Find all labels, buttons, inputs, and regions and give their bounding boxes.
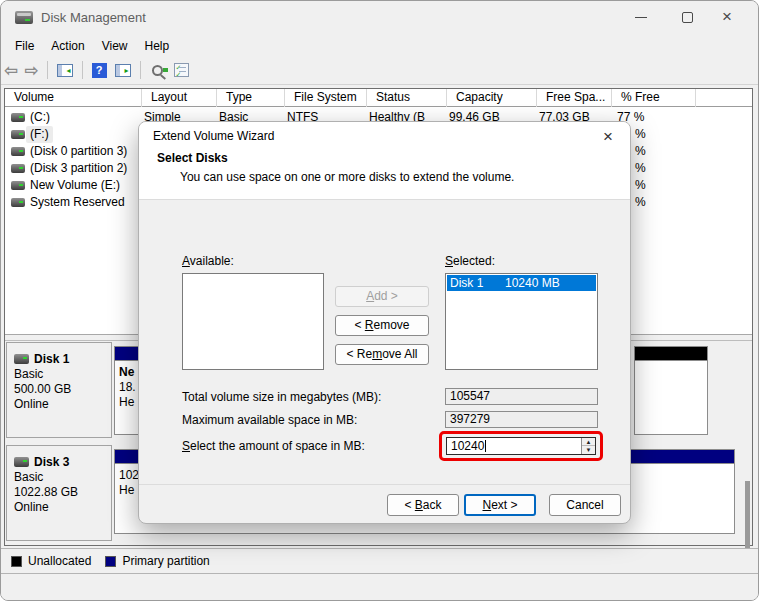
selected-listbox[interactable]: Disk 1 10240 MB (445, 273, 598, 370)
amount-label: Select the amount of space in MB: (182, 439, 365, 453)
available-listbox[interactable] (182, 273, 324, 370)
max-space-label: Maximum available space in MB: (182, 413, 357, 427)
toolbar-separator (140, 61, 141, 79)
partition-status: He (119, 395, 136, 410)
cell-pct: % (635, 143, 646, 160)
window-title: Disk Management (41, 1, 146, 35)
back-icon[interactable]: ⇦ (4, 62, 18, 79)
disk-status: Online (14, 500, 111, 515)
menu-help[interactable]: Help (145, 39, 170, 53)
column-layout[interactable]: Layout (142, 89, 217, 107)
legend-label: Primary partition (122, 554, 209, 568)
partition-size: 18. (119, 380, 136, 395)
disk-icon (14, 457, 29, 467)
max-space-field: 397279 (445, 411, 598, 428)
console-tree-icon[interactable]: ◂ (57, 64, 73, 77)
disk-name: Disk 3 (34, 455, 69, 469)
volume-name: (F:) (26, 126, 53, 143)
column-free-space[interactable]: Free Spa... (537, 89, 612, 107)
primary-partition-swatch (105, 556, 116, 567)
disk-management-window: Disk Management × File Action View Help … (0, 0, 759, 601)
unallocated-swatch (11, 556, 22, 567)
title-bar: Disk Management × (1, 1, 758, 35)
menu-file[interactable]: File (15, 39, 34, 53)
total-size-label: Total volume size in megabytes (MB): (182, 390, 381, 404)
column-file-system[interactable]: File System (285, 89, 367, 107)
column-capacity[interactable]: Capacity (447, 89, 537, 107)
disk-icon (14, 354, 29, 364)
spinner: ▲ ▼ (581, 438, 595, 454)
disk3-panel[interactable]: Disk 3 Basic 1022.88 GB Online (6, 445, 112, 541)
column-blank (696, 89, 752, 107)
text-caret (485, 440, 486, 452)
volume-icon (11, 130, 25, 139)
volume-name: (C:) (30, 109, 50, 126)
next-button[interactable]: Next > (464, 494, 536, 516)
amount-value: 10240 (451, 439, 484, 453)
maximize-button[interactable] (667, 1, 707, 33)
footer-divider (139, 484, 630, 485)
spinner-down-icon[interactable]: ▼ (582, 446, 595, 454)
column-volume[interactable]: Volume (5, 89, 142, 107)
cell-pct: % (635, 194, 646, 211)
status-bar (1, 573, 758, 600)
dialog-title: Extend Volume Wizard (153, 129, 274, 143)
column-status[interactable]: Status (367, 89, 447, 107)
checklist-icon[interactable]: ✓✓ (174, 63, 189, 77)
disk1-unallocated-block[interactable] (634, 346, 708, 435)
selected-disk-size: 10240 MB (505, 275, 560, 291)
amount-input[interactable]: 10240 ▲ ▼ (446, 437, 596, 455)
volume-icon (11, 198, 25, 207)
cancel-button[interactable]: Cancel (549, 494, 621, 516)
minimize-button[interactable] (621, 1, 661, 33)
dialog-close-icon[interactable]: × (597, 126, 619, 148)
disk1-panel[interactable]: Disk 1 Basic 500.00 GB Online (6, 342, 112, 438)
disk-size: 500.00 GB (14, 382, 111, 397)
available-label: Available: (182, 254, 234, 268)
column-pct-free[interactable]: % Free (612, 89, 696, 107)
remove-button[interactable]: < Remove (335, 315, 429, 336)
volume-name: System Reserved (30, 194, 125, 211)
cell-pct: % (635, 177, 646, 194)
list-header: Volume Layout Type File System Status Ca… (5, 89, 752, 107)
spinner-up-icon[interactable]: ▲ (582, 438, 595, 446)
selected-disk-item[interactable]: Disk 1 10240 MB (447, 275, 596, 291)
volume-name: (Disk 3 partition 2) (30, 160, 127, 177)
disk-status: Online (14, 397, 111, 412)
volume-name: New Volume (E:) (30, 177, 120, 194)
menu-bar: File Action View Help (1, 35, 758, 56)
remove-all-button[interactable]: < Remove All (335, 344, 429, 365)
forward-icon[interactable]: ⇨ (24, 62, 38, 79)
vertical-scrollbar-thumb[interactable] (745, 481, 750, 551)
volume-name: (Disk 0 partition 3) (30, 143, 127, 160)
disk-management-icon (15, 11, 33, 24)
disk-type: Basic (14, 470, 111, 485)
extend-volume-wizard-dialog: Extend Volume Wizard × Select Disks You … (138, 121, 631, 524)
dialog-subtitle: You can use space on one or more disks t… (180, 170, 514, 184)
cell-pct: % (635, 126, 646, 143)
column-type[interactable]: Type (217, 89, 285, 107)
help-icon[interactable]: ? (92, 63, 107, 78)
partition-size: 102 (119, 468, 139, 483)
add-button[interactable]: Add > (335, 286, 429, 307)
volume-icon (11, 181, 25, 190)
toolbar-separator (82, 61, 83, 79)
volume-icon (11, 147, 25, 156)
back-button[interactable]: < Back (387, 494, 459, 516)
toolbar: ⇦ ⇨ ◂ ? ▸ ✓✓ (1, 56, 758, 85)
total-size-field: 105547 (445, 388, 598, 405)
disk-size: 1022.88 GB (14, 485, 111, 500)
action-pane-icon[interactable]: ▸ (115, 64, 131, 77)
partition-label: Ne (119, 365, 136, 380)
menu-action[interactable]: Action (51, 39, 84, 53)
partition-status: He (119, 483, 139, 498)
cell-pct: % (635, 160, 646, 177)
disk-properties-icon[interactable] (152, 65, 163, 76)
menu-view[interactable]: View (102, 39, 128, 53)
toolbar-separator (47, 61, 48, 79)
close-button[interactable]: × (707, 1, 747, 33)
volume-icon (11, 164, 25, 173)
legend-label: Unallocated (28, 554, 91, 568)
legend-bar: Unallocated Primary partition (1, 548, 758, 573)
dialog-header: Extend Volume Wizard × Select Disks You … (139, 122, 630, 200)
